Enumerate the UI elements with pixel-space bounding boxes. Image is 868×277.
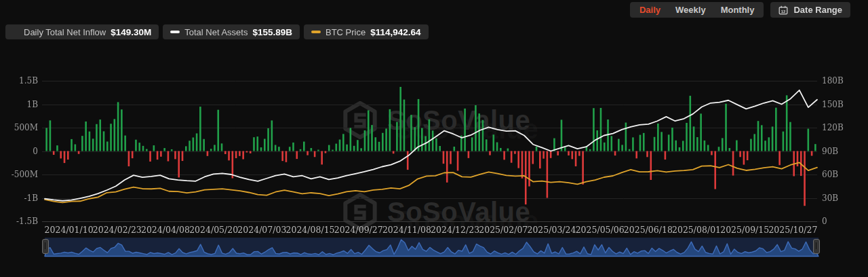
legend-item-total-net-assets[interactable]: Total Net Assets $155.89B (163, 24, 300, 39)
legend-value: $155.89B (252, 27, 292, 37)
svg-text:12: 12 (781, 10, 786, 14)
y-axis-right-tick: 0 (822, 217, 827, 225)
y-axis-left-tick: -1.5B (0, 217, 38, 225)
y-axis-left-tick: 1B (0, 100, 38, 109)
x-axis-tick: 2025/08/01 (672, 225, 721, 235)
inflow-split-icon (13, 29, 19, 35)
legend-item-daily-net-inflow[interactable]: Daily Total Net Inflow $149.30M (5, 24, 159, 39)
legend-label: Total Net Assets (184, 27, 248, 37)
btc-dash-icon (311, 31, 321, 33)
legend-label: Daily Total Net Inflow (24, 27, 106, 37)
x-axis-tick: 2024/01/10 (45, 225, 94, 235)
legend-item-btc-price[interactable]: BTC Price $114,942.64 (304, 24, 429, 39)
x-axis-tick: 2024/07/03 (237, 225, 286, 235)
x-axis-tick: 2024/05/20 (189, 225, 238, 235)
x-axis-tick: 2024/09/27 (334, 225, 383, 235)
y-axis-left-tick: -500M (0, 170, 38, 179)
legend-row: Daily Total Net Inflow $149.30M Total Ne… (5, 24, 429, 39)
y-axis-right-tick: 60B (822, 170, 838, 179)
x-axis-tick: 2025/06/18 (624, 225, 673, 235)
navigator-left-handle[interactable] (42, 239, 49, 254)
calendar-icon: 12 (778, 5, 788, 15)
frequency-tab-group: Daily Weekly Monthly (630, 2, 764, 18)
y-axis-right-tick: 120B (822, 124, 844, 132)
y-axis-left-tick: 500M (0, 124, 38, 132)
x-axis-tick: 2024/12/23 (431, 225, 479, 235)
y-axis-left-tick: 0 (0, 147, 38, 155)
x-axis-tick: 2025/05/06 (576, 225, 625, 235)
y-axis-right-tick: 180B (822, 77, 844, 85)
y-axis-right-tick: 150B (822, 100, 844, 109)
x-axis-tick: 2024/02/23 (93, 225, 142, 235)
main-chart-canvas[interactable] (0, 0, 868, 277)
tab-daily[interactable]: Daily (639, 2, 660, 18)
y-axis-right-tick: 30B (822, 194, 838, 202)
x-axis-tick: 2025/09/15 (720, 225, 769, 235)
navigator-right-handle[interactable] (813, 239, 820, 254)
btc-etf-chart-screen: Daily Weekly Monthly 12 Date Range Daily… (0, 0, 868, 277)
x-axis-tick: 2025/03/24 (527, 225, 576, 235)
y-axis-left-tick: -1B (0, 194, 38, 202)
y-axis-left-tick: 1.5B (0, 77, 38, 85)
net-assets-dash-icon (170, 31, 180, 33)
x-axis-tick: 2024/08/15 (286, 225, 335, 235)
x-axis-tick: 2025/02/07 (479, 225, 528, 235)
date-range-button[interactable]: 12 Date Range (770, 2, 850, 18)
legend-label: BTC Price (326, 27, 366, 37)
top-bar: Daily Weekly Monthly 12 Date Range (630, 2, 850, 18)
x-axis-tick: 2024/04/08 (141, 225, 190, 235)
date-range-label: Date Range (793, 5, 842, 15)
legend-value: $149.30M (111, 27, 151, 37)
x-axis-tick: 2025/10/27 (768, 225, 817, 235)
tab-monthly[interactable]: Monthly (721, 2, 755, 18)
legend-value: $114,942.64 (370, 27, 420, 37)
tab-weekly[interactable]: Weekly (675, 2, 706, 18)
y-axis-right-tick: 90B (822, 147, 838, 155)
x-axis-tick: 2024/11/08 (382, 225, 431, 235)
